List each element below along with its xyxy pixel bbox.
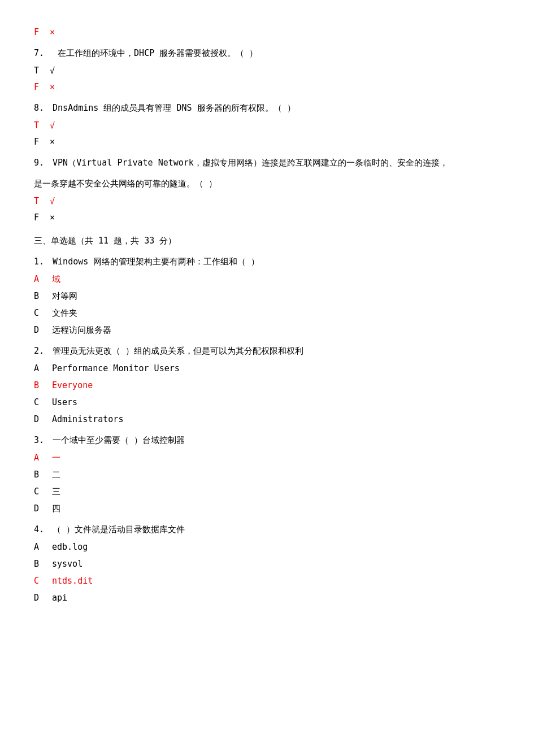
q7-answer-t: T √: [34, 63, 500, 79]
label-t-q9: T: [34, 194, 50, 209]
opt-d2-text: Administrators: [52, 412, 500, 427]
answer-f-top: ×: [50, 25, 500, 40]
q8-answer-t: T √: [34, 118, 500, 133]
opt-d3-label: D: [34, 501, 52, 516]
opt-a3-label: A: [34, 450, 52, 466]
opt-a2-text: Performance Monitor Users: [52, 361, 500, 376]
answer-f-q9: ×: [50, 210, 500, 225]
opt-a3-text: 一: [52, 450, 500, 466]
sc-q3-opt-d: D 四: [34, 501, 500, 516]
opt-c3-label: C: [34, 484, 52, 499]
q9-answer-f: F ×: [34, 210, 500, 225]
opt-c-text: 文件夹: [52, 306, 500, 321]
sc-q2-opt-c: C Users: [34, 395, 500, 410]
sc-q4-text: 4. （ ）文件就是活动目录数据库文件: [34, 524, 185, 535]
sc-q2-opt-d: D Administrators: [34, 412, 500, 427]
sc-q1-opt-c: C 文件夹: [34, 306, 500, 321]
opt-a-text: 域: [52, 272, 500, 287]
label-f-top: F: [34, 25, 50, 40]
sc-question-4: 4. （ ）文件就是活动目录数据库文件: [34, 522, 500, 537]
question-7: 7. 在工作组的环境中，DHCP 服务器需要被授权。（ ）: [34, 46, 500, 61]
sc-question-3: 3. 一个域中至少需要（ ）台域控制器: [34, 433, 500, 448]
question-9: 9. VPN（Virtual Private Network，虚拟专用网络）连接…: [34, 155, 500, 171]
opt-b4-text: sysvol: [52, 557, 500, 572]
label-t-red: T: [34, 118, 50, 133]
sc-q3-opt-b: B 二: [34, 467, 500, 483]
sc-q4-opt-b: B sysvol: [34, 557, 500, 572]
opt-d-text: 远程访问服务器: [52, 323, 500, 338]
answer-t-q9: √: [50, 194, 500, 209]
q9-answer-t: T √: [34, 194, 500, 209]
sc-q1-opt-d: D 远程访问服务器: [34, 323, 500, 338]
label-f2: F: [34, 134, 50, 150]
label-f: F: [34, 80, 50, 95]
opt-b-label: B: [34, 289, 52, 304]
opt-d3-text: 四: [52, 501, 500, 516]
sc-q1-opt-a: A 域: [34, 272, 500, 287]
opt-c2-text: Users: [52, 395, 500, 410]
opt-b3-label: B: [34, 467, 52, 483]
section-3-title: 三、单选题（共 11 题，共 33 分）: [34, 233, 500, 249]
opt-b2-text: Everyone: [52, 378, 500, 393]
opt-b4-label: B: [34, 557, 52, 572]
label-t: T: [34, 63, 50, 79]
opt-d4-label: D: [34, 590, 52, 606]
sc-q1-text: 1. Windows 网络的管理架构主要有两种：工作组和（ ）: [34, 257, 259, 267]
opt-c3-text: 三: [52, 484, 500, 499]
opt-d2-label: D: [34, 412, 52, 427]
opt-b-text: 对等网: [52, 289, 500, 304]
sc-q4-opt-c: C ntds.dit: [34, 573, 500, 589]
question-9-cont: 是一条穿越不安全公共网络的可靠的隧道。（ ）: [34, 176, 500, 192]
opt-d-label: D: [34, 323, 52, 338]
opt-c4-label: C: [34, 573, 52, 589]
sc-question-2: 2. 管理员无法更改（ ）组的成员关系，但是可以为其分配权限和权利: [34, 344, 500, 359]
opt-c4-text: ntds.dit: [52, 573, 500, 589]
question-9-cont-text: 是一条穿越不安全公共网络的可靠的隧道。（ ）: [34, 179, 217, 189]
question-7-body: 在工作组的环境中，DHCP 服务器需要被授权。（ ）: [49, 48, 258, 58]
opt-a4-label: A: [34, 540, 52, 555]
sc-q4-opt-a: A edb.log: [34, 540, 500, 555]
sc-q4-opt-d: D api: [34, 590, 500, 606]
opt-b3-text: 二: [52, 467, 500, 483]
q7-answer-f: F ×: [34, 80, 500, 95]
q8-answer-f: F ×: [34, 134, 500, 150]
tf-answer-f-top: F ×: [34, 25, 500, 40]
opt-c-label: C: [34, 306, 52, 321]
opt-a-label: A: [34, 272, 52, 287]
answer-t: √: [50, 63, 500, 79]
question-7-text: 7.: [34, 48, 44, 58]
sc-q3-opt-c: C 三: [34, 484, 500, 499]
sc-q2-text: 2. 管理员无法更改（ ）组的成员关系，但是可以为其分配权限和权利: [34, 346, 303, 356]
answer-f2: ×: [50, 134, 500, 150]
opt-b2-label: B: [34, 378, 52, 393]
opt-a2-label: A: [34, 361, 52, 376]
question-8-text: 8. DnsAdmins 组的成员具有管理 DNS 服务器的所有权限。（ ）: [34, 103, 296, 113]
sc-q1-opt-b: B 对等网: [34, 289, 500, 304]
answer-t-red: √: [50, 118, 500, 133]
opt-d4-text: api: [52, 590, 500, 606]
label-f-q9: F: [34, 210, 50, 225]
sc-q2-opt-b: B Everyone: [34, 378, 500, 393]
sc-question-1: 1. Windows 网络的管理架构主要有两种：工作组和（ ）: [34, 254, 500, 270]
question-8: 8. DnsAdmins 组的成员具有管理 DNS 服务器的所有权限。（ ）: [34, 101, 500, 116]
sc-q3-text: 3. 一个域中至少需要（ ）台域控制器: [34, 435, 185, 445]
sc-q2-opt-a: A Performance Monitor Users: [34, 361, 500, 376]
opt-c2-label: C: [34, 395, 52, 410]
opt-a4-text: edb.log: [52, 540, 500, 555]
answer-f: ×: [50, 80, 500, 95]
question-9-text: 9. VPN（Virtual Private Network，虚拟专用网络）连接…: [34, 158, 448, 168]
sc-q3-opt-a: A 一: [34, 450, 500, 466]
